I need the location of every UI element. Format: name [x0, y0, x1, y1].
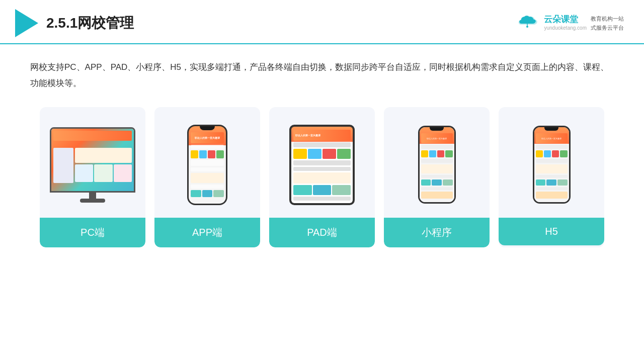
logo-url: yunduoketang.com — [544, 25, 587, 31]
main-content: 网校支持PC、APP、PAD、小程序、H5，实现多端打通，产品各终端自由切换，数… — [0, 44, 644, 257]
tablet-b3 — [293, 167, 351, 171]
card-miniprogram: 职达人的第一堂兴趣课 — [384, 107, 490, 247]
card-pc: PC端 — [40, 107, 145, 247]
card-h5: 职达人的第一堂兴趣课 — [499, 107, 604, 247]
phone-notch-app — [200, 126, 215, 130]
tablet-b2 — [293, 160, 351, 165]
card-h5-label: H5 — [499, 218, 604, 245]
card-miniprogram-label: 小程序 — [384, 218, 490, 247]
logo-text-area: 云朵课堂 yunduoketang.com — [544, 14, 587, 31]
header-left: 2.5.1网校管理 — [15, 9, 134, 37]
phone-screen-app: 职达人的第一堂兴趣课 — [189, 126, 226, 204]
mini-phone-notch-h5 — [544, 127, 558, 131]
mini-phone-screen-h5: 职达人的第一堂兴趣课 — [534, 127, 569, 202]
monitor-screen — [51, 129, 134, 191]
phone-block-4 — [191, 185, 224, 189]
monitor-neck — [89, 193, 96, 199]
phone-block-3 — [191, 167, 224, 171]
tablet-b1 — [293, 142, 351, 147]
header: 2.5.1网校管理 云朵课堂 yunduoketang.com 教育机构一站 式… — [0, 0, 644, 44]
card-pad: 职达人的第一堂兴趣课 — [269, 107, 375, 247]
device-cards: PC端 职达人的第一堂兴趣课 — [30, 107, 614, 247]
phone-frame-app: 职达人的第一堂兴趣课 — [187, 125, 227, 205]
logo-name: 云朵课堂 — [544, 14, 587, 25]
pc-monitor — [50, 127, 135, 203]
card-app-image: 职达人的第一堂兴趣课 — [154, 107, 260, 218]
card-app: 职达人的第一堂兴趣课 — [154, 107, 260, 247]
mini-phone-screen: 职达人的第一堂兴趣课 — [420, 127, 454, 202]
page-title: 2.5.1网校管理 — [46, 14, 134, 33]
tablet-b4 — [293, 197, 351, 201]
card-h5-image: 职达人的第一堂兴趣课 — [499, 107, 604, 218]
tablet-frame: 职达人的第一堂兴趣课 — [289, 125, 355, 205]
mini-phone-notch — [430, 127, 444, 131]
phone-block-1 — [191, 145, 224, 149]
cloud-icon — [515, 14, 540, 30]
logo-slogan: 教育机构一站 式服务云平台 — [591, 15, 624, 32]
monitor-base — [80, 199, 105, 203]
mini-phone-h5: 职达人的第一堂兴趣课 — [533, 126, 571, 204]
card-pc-label: PC端 — [40, 218, 145, 247]
phone-block-2 — [191, 160, 224, 166]
card-pad-image: 职达人的第一堂兴趣课 — [269, 107, 375, 218]
monitor-frame — [50, 127, 135, 193]
logo-area: 云朵课堂 yunduoketang.com 教育机构一站 式服务云平台 — [515, 14, 624, 32]
tablet-row2 — [293, 185, 351, 195]
svg-point-0 — [526, 26, 528, 28]
description-text: 网校支持PC、APP、PAD、小程序、H5，实现多端打通，产品各终端自由切换，数… — [30, 59, 614, 92]
card-pc-image — [40, 107, 145, 218]
card-miniprogram-image: 职达人的第一堂兴趣课 — [384, 107, 490, 218]
play-icon — [15, 9, 38, 37]
card-app-label: APP端 — [154, 218, 260, 247]
mini-phone-wechat: 职达人的第一堂兴趣课 — [418, 126, 456, 204]
tablet-screen: 职达人的第一堂兴趣课 — [291, 127, 353, 203]
card-pad-label: PAD端 — [269, 218, 375, 247]
tablet-row1 — [293, 149, 351, 159]
